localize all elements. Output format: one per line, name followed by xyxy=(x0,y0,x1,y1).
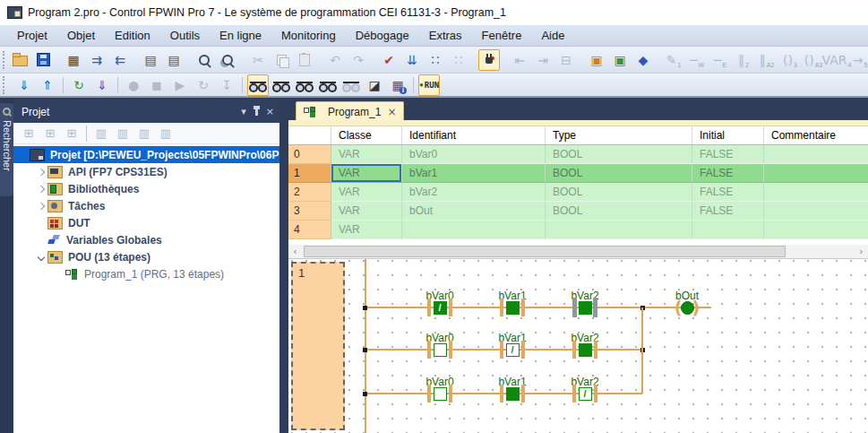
monitor-io-button[interactable] xyxy=(294,74,315,96)
menu-objet[interactable]: Objet xyxy=(57,26,105,45)
cell-initial[interactable]: FALSE xyxy=(692,145,764,164)
plc-status-button[interactable]: ▦i xyxy=(387,74,408,96)
contact-bvar2-no[interactable] xyxy=(572,341,597,359)
search-panel-tab[interactable]: Rechercher xyxy=(0,103,13,196)
scroll-left-icon[interactable]: ‹ xyxy=(288,245,302,258)
cell-initial[interactable]: FALSE xyxy=(692,164,764,183)
menu-extras[interactable]: Extras xyxy=(419,26,472,45)
cell-identifiant[interactable]: bVar1 xyxy=(402,164,546,183)
new-pou-button[interactable]: ▣ xyxy=(609,49,631,71)
online-mode-button[interactable] xyxy=(478,49,500,71)
cell-type[interactable]: BOOL xyxy=(546,183,692,202)
cell-commentaire[interactable] xyxy=(764,145,868,164)
cell-identifiant[interactable] xyxy=(402,221,546,239)
tree-item-variables-globales[interactable]: Variables Globales xyxy=(13,231,279,248)
network-number-block[interactable]: 1 xyxy=(291,262,345,430)
scrollbar-thumb[interactable] xyxy=(304,246,786,257)
tree-item-api-fp7-cps31es[interactable]: API (FP7 CPS31ES) xyxy=(13,163,279,180)
cell-classe[interactable]: VAR xyxy=(331,164,402,183)
cell-type[interactable]: BOOL xyxy=(546,202,692,221)
contact-bvar1-no[interactable] xyxy=(500,299,525,316)
tree-item-program-1-prg-13-etapes[interactable]: Program_1 (PRG, 13 étapes) xyxy=(13,265,279,282)
column-header-type[interactable]: Type xyxy=(546,126,692,144)
cell-classe[interactable]: VAR xyxy=(331,183,402,202)
pin-icon[interactable] xyxy=(255,108,258,116)
column-header-initial[interactable]: Initial xyxy=(692,126,764,144)
display-mode-button[interactable]: ◪ xyxy=(364,74,385,96)
row-number[interactable]: 2 xyxy=(288,183,331,202)
column-header-identifiant[interactable]: Identifiant xyxy=(402,126,546,144)
contact-bvar1-nc[interactable]: / xyxy=(500,341,525,359)
cell-type[interactable]: BOOL xyxy=(546,164,692,183)
download-to-plc-button[interactable]: ⇉ xyxy=(86,49,107,71)
new-ladder-network-button[interactable]: ▣ xyxy=(586,49,607,71)
cell-initial[interactable]: FALSE xyxy=(692,183,764,202)
online-edit-button[interactable]: ↻ xyxy=(68,74,90,96)
tree-item-pou-13-etapes[interactable]: POU (13 étapes) xyxy=(13,248,279,265)
tab-program-1[interactable]: Program_1 × xyxy=(296,101,404,121)
panel-splitter[interactable] xyxy=(279,98,288,433)
upload-from-plc-button[interactable]: ⇇ xyxy=(109,49,131,71)
cell-identifiant[interactable]: bVar2 xyxy=(402,183,546,202)
column-header-rownum[interactable] xyxy=(288,126,331,144)
tree-expander-icon[interactable] xyxy=(35,204,47,209)
run-prog-mode-button[interactable]: ●RUN xyxy=(418,74,440,96)
menu-projet[interactable]: Projet xyxy=(7,26,57,45)
panel-menu-icon[interactable]: ▾ xyxy=(241,106,246,117)
tab-close-icon[interactable]: × xyxy=(387,106,396,118)
menu-monitoring[interactable]: Monitoring xyxy=(271,26,346,45)
cell-classe[interactable]: VAR xyxy=(331,221,402,239)
menu-en-ligne[interactable]: En ligne xyxy=(210,26,271,45)
tree-item-bibliotheques[interactable]: Bibliothèques xyxy=(13,180,279,197)
table-horizontal-scrollbar[interactable]: ‹ › xyxy=(288,242,868,258)
check-pou-button[interactable]: ✔ xyxy=(378,49,400,71)
monitor-graph-button[interactable] xyxy=(317,74,339,96)
menu-edition[interactable]: Edition xyxy=(105,26,160,45)
contact-bvar1-no[interactable] xyxy=(500,385,525,403)
cell-initial[interactable]: FALSE xyxy=(692,202,764,221)
save-project-button[interactable] xyxy=(32,49,54,71)
column-header-classe[interactable]: Classe xyxy=(331,126,402,144)
cell-classe[interactable]: VAR xyxy=(331,202,402,221)
plc-configuration-button[interactable]: ▦ xyxy=(63,49,84,71)
compile-pou-button[interactable]: ⇊ xyxy=(401,49,423,71)
cell-commentaire[interactable] xyxy=(764,221,868,239)
cell-type[interactable]: BOOL xyxy=(546,145,692,164)
find-in-pous-button[interactable] xyxy=(217,49,238,71)
tree-expander-icon[interactable] xyxy=(35,169,47,175)
close-icon[interactable]: × xyxy=(266,106,274,117)
monitor-header-button[interactable] xyxy=(271,74,292,96)
tree-item-taches[interactable]: Tâches xyxy=(13,197,279,214)
cell-initial[interactable] xyxy=(692,221,764,239)
monitoring-toggle-button[interactable] xyxy=(247,74,269,96)
menu-fenetre[interactable]: Fenêtre xyxy=(472,26,532,45)
cell-commentaire[interactable] xyxy=(764,164,868,183)
tree-expander-icon[interactable] xyxy=(35,255,47,260)
tree-item-projet-d-peweu-projects-05fp[interactable]: Projet [D:\PEWEU_Projects\05FPWINPro\06P… xyxy=(13,146,279,163)
download-program-button[interactable]: ⇓ xyxy=(13,74,35,96)
menu-outils[interactable]: Outils xyxy=(160,26,210,45)
row-number[interactable]: 0 xyxy=(288,145,331,164)
open-project-button[interactable] xyxy=(9,49,30,71)
upload-program-button[interactable]: ⇑ xyxy=(37,74,58,96)
contact-bvar2-nc[interactable]: / xyxy=(572,385,597,403)
row-number[interactable]: 3 xyxy=(288,202,331,221)
print-preview-button[interactable]: ▤ xyxy=(140,49,161,71)
cell-type[interactable] xyxy=(546,221,692,239)
print-button[interactable]: ▤ xyxy=(163,49,185,71)
scroll-right-icon[interactable]: › xyxy=(855,245,868,258)
contact-bvar2-no[interactable] xyxy=(572,299,597,316)
download-changes-button[interactable]: ⇓ xyxy=(91,74,113,96)
contact-bvar0-no[interactable] xyxy=(427,341,452,359)
cell-identifiant[interactable]: bVar0 xyxy=(402,145,546,164)
tree-expander-icon[interactable] xyxy=(35,186,47,192)
menu-debogage[interactable]: Débogage xyxy=(346,26,419,45)
find-button[interactable] xyxy=(193,49,215,71)
pou-navigate-button[interactable]: ◆ xyxy=(632,49,654,71)
tree-item-dut[interactable]: DUT xyxy=(13,214,279,231)
cell-identifiant[interactable]: bOut xyxy=(402,202,546,221)
row-number[interactable]: 1 xyxy=(288,164,331,183)
compile-all-button[interactable]: ∷ xyxy=(425,49,446,71)
coil-bout[interactable]: () xyxy=(671,298,703,317)
contact-bvar0-nc[interactable]: / xyxy=(427,299,452,316)
